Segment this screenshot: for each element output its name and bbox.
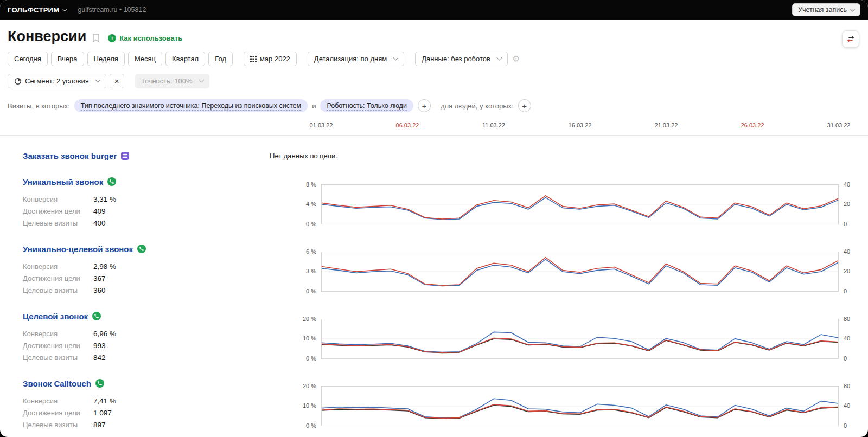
period-quarter-button[interactable]: Квартал bbox=[165, 52, 205, 66]
line-chart[interactable] bbox=[321, 184, 839, 224]
goal-name-link[interactable]: Уникально-целевой звонок bbox=[23, 245, 133, 254]
filter-chip-robots[interactable]: Роботность: Только люди bbox=[320, 99, 413, 112]
phone-icon bbox=[107, 177, 116, 186]
metric-row: Конверсия 3,31 % bbox=[23, 193, 270, 205]
metric-value: 1 097 bbox=[93, 409, 112, 417]
people-condition-label: для людей, у которых: bbox=[441, 102, 514, 110]
chevron-down-icon bbox=[497, 55, 502, 61]
goal-name-link[interactable]: Целевой звонок bbox=[23, 312, 88, 321]
metric-value: 3,31 % bbox=[93, 195, 116, 203]
y-axis-right: 80 40 0 bbox=[839, 386, 860, 426]
date-tick: 06.03.22 bbox=[396, 122, 419, 128]
metric-row: Конверсия 6,96 % bbox=[23, 327, 270, 339]
period-today-button[interactable]: Сегодня bbox=[8, 52, 48, 66]
goal-name-link[interactable]: Уникальный звонок bbox=[23, 177, 103, 187]
counter-switcher[interactable]: ГОЛЬФСТРИМ bbox=[8, 6, 67, 14]
y-tick: 0 bbox=[844, 355, 847, 362]
data-mode-label: Данные: без роботов bbox=[422, 55, 490, 63]
period-toolbar: Сегодня Вчера Неделя Месяц Квартал Год м… bbox=[8, 52, 860, 66]
goal-section-target-call: Целевой звонок Конверсия 6,96 % Достижен… bbox=[23, 296, 860, 363]
goal-name-link[interactable]: Звонок Calltouch bbox=[23, 379, 91, 388]
metric-row: Достижения цели 409 bbox=[23, 205, 270, 217]
y-tick: 40 bbox=[844, 248, 850, 255]
date-tick: 26.03.22 bbox=[741, 122, 764, 128]
page-title: Конверсии bbox=[8, 28, 86, 45]
segment-close-button[interactable]: × bbox=[110, 74, 124, 88]
bookmark-icon[interactable] bbox=[92, 33, 100, 43]
swap-arrows-icon bbox=[846, 34, 856, 44]
period-week-button[interactable]: Неделя bbox=[87, 52, 125, 66]
line-chart[interactable] bbox=[321, 386, 839, 426]
detalization-label: Детализация: по дням bbox=[314, 55, 387, 63]
date-tick: 21.03.22 bbox=[655, 122, 678, 128]
account-button[interactable]: Учетная запись bbox=[792, 3, 860, 16]
y-tick: 80 bbox=[844, 383, 850, 389]
how-to-use-link[interactable]: i Как использовать bbox=[108, 34, 182, 42]
metric-value: 360 bbox=[93, 286, 106, 294]
y-tick: 20 bbox=[844, 201, 850, 207]
metric-row: Целевые визиты 842 bbox=[23, 351, 270, 363]
add-people-condition-button[interactable]: + bbox=[518, 99, 531, 112]
y-tick: 20 % bbox=[303, 316, 316, 322]
date-axis: 01.03.22 06.03.22 11.03.22 16.03.22 21.0… bbox=[321, 122, 839, 131]
filter-chip-source[interactable]: Тип последнего значимого источника: Пере… bbox=[74, 99, 308, 112]
metric-label: Целевые визиты bbox=[23, 354, 93, 362]
detalization-dropdown[interactable]: Детализация: по дням bbox=[308, 52, 404, 66]
y-tick: 0 bbox=[844, 422, 847, 429]
period-month-button[interactable]: Месяц bbox=[128, 52, 162, 66]
metric-value: 7,41 % bbox=[93, 397, 116, 405]
line-chart[interactable] bbox=[321, 252, 839, 292]
metric-label: Конверсия bbox=[23, 397, 93, 405]
metric-row: Достижения цели 993 bbox=[23, 339, 270, 351]
metric-value: 367 bbox=[93, 274, 106, 282]
metric-label: Целевые визиты bbox=[23, 286, 93, 294]
y-tick: 0 % bbox=[306, 355, 316, 362]
period-year-button[interactable]: Год bbox=[208, 52, 233, 66]
quick-actions-button[interactable] bbox=[842, 30, 859, 48]
no-data-text: Нет данных по цели. bbox=[270, 152, 860, 160]
metric-row: Достижения цели 367 bbox=[23, 272, 270, 284]
y-tick: 0 bbox=[844, 221, 847, 227]
y-tick: 40 bbox=[844, 181, 850, 188]
y-tick: 20 bbox=[844, 268, 850, 274]
metric-row: Целевые визиты 360 bbox=[23, 284, 270, 296]
date-range-button[interactable]: мар 2022 bbox=[244, 52, 297, 66]
y-tick: 4 % bbox=[306, 201, 316, 207]
info-icon: i bbox=[108, 34, 116, 42]
data-mode-dropdown[interactable]: Данные: без роботов bbox=[415, 52, 508, 66]
metric-row: Целевые визиты 400 bbox=[23, 217, 270, 229]
visits-condition-label: Визиты, в которых: bbox=[8, 102, 70, 110]
line-chart[interactable] bbox=[321, 319, 839, 359]
counter-name: ГОЛЬФСТРИМ bbox=[8, 6, 59, 14]
timeline-row: 01.03.22 06.03.22 11.03.22 16.03.22 21.0… bbox=[23, 122, 860, 131]
y-axis-left: 6 % 3 % 0 % bbox=[270, 252, 321, 292]
chevron-down-icon bbox=[95, 78, 100, 83]
metric-label: Достижения цели bbox=[23, 207, 93, 215]
metric-label: Целевые визиты bbox=[23, 421, 93, 429]
account-button-label: Учетная запись bbox=[798, 6, 847, 14]
goal-section-burger: Заказать звонок burger Нет данных по цел… bbox=[23, 136, 860, 162]
metric-value: 2,98 % bbox=[93, 262, 116, 271]
segment-dropdown[interactable]: Сегмент: 2 условия bbox=[8, 74, 106, 88]
y-tick: 10 % bbox=[303, 335, 316, 342]
calendar-grid-icon bbox=[250, 56, 257, 62]
title-row: Конверсии i Как использовать bbox=[8, 28, 860, 45]
goal-name-link[interactable]: Заказать звонок burger bbox=[23, 151, 117, 160]
counter-info: gulfstream.ru • 105812 bbox=[78, 6, 146, 14]
segment-conditions-row: Визиты, в которых: Тип последнего значим… bbox=[8, 99, 860, 112]
phone-icon bbox=[137, 245, 146, 253]
add-visit-condition-button[interactable]: + bbox=[418, 99, 431, 112]
accuracy-label: Точность: 100% bbox=[141, 77, 193, 85]
metric-value: 993 bbox=[93, 342, 106, 350]
metric-label: Конверсия bbox=[23, 330, 93, 338]
period-yesterday-button[interactable]: Вчера bbox=[51, 52, 84, 66]
metric-value: 400 bbox=[93, 219, 106, 227]
date-tick: 01.03.22 bbox=[310, 122, 333, 128]
chart-settings-gear-icon[interactable]: ⚙ bbox=[511, 54, 521, 64]
metrica-conversions-page: ГОЛЬФСТРИМ gulfstream.ru • 105812 Учетна… bbox=[0, 0, 868, 437]
accuracy-dropdown[interactable]: Точность: 100% bbox=[135, 74, 209, 88]
metric-value: 897 bbox=[93, 421, 106, 429]
and-label: и bbox=[312, 102, 316, 110]
y-axis-right: 40 20 0 bbox=[839, 252, 860, 292]
metric-value: 842 bbox=[93, 354, 106, 362]
